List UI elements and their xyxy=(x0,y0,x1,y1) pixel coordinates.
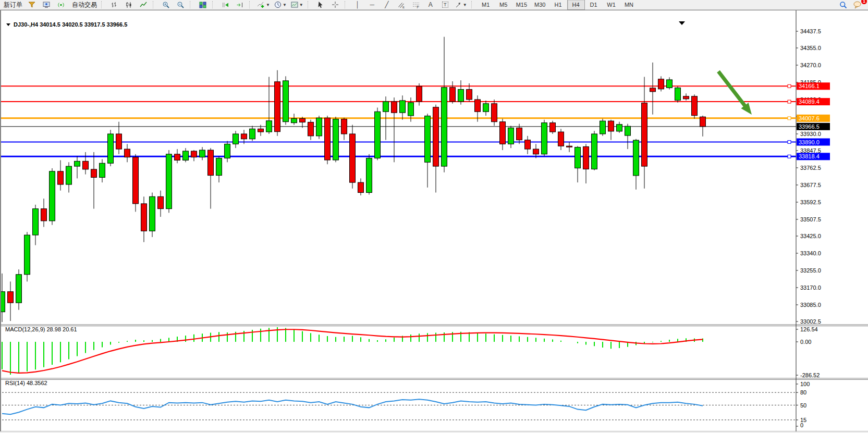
candle-body xyxy=(91,169,97,178)
indicators-icon[interactable]: ▼ xyxy=(255,0,272,9)
svg-text:33255.0: 33255.0 xyxy=(800,267,821,274)
chart-window[interactable]: 34437.534355.034270.034185.034100.034015… xyxy=(0,10,868,431)
templates-icon[interactable]: ▼ xyxy=(289,0,305,9)
candle-body xyxy=(550,123,556,132)
candle-body xyxy=(692,96,698,116)
candle-body xyxy=(275,82,280,132)
svg-text:50: 50 xyxy=(800,402,806,409)
channel-icon[interactable]: E xyxy=(395,0,408,9)
candle-body xyxy=(350,134,356,182)
zoom-out-icon[interactable] xyxy=(174,0,187,9)
macd-label: MACD(12,26,9) 28.98 20.61 xyxy=(5,326,77,332)
level-handle[interactable] xyxy=(788,117,791,120)
candle-body xyxy=(525,140,531,149)
candle-body xyxy=(450,88,456,102)
dropdown-arrow-icon[interactable]: ▼ xyxy=(463,3,467,7)
candle-body xyxy=(316,118,322,136)
dropdown-arrow-icon[interactable]: ▼ xyxy=(299,3,303,7)
level-handle[interactable] xyxy=(788,141,791,144)
level-handle[interactable] xyxy=(788,100,791,103)
chart-shift-icon[interactable] xyxy=(233,0,247,9)
candle-body xyxy=(208,150,214,176)
svg-text:33847.5: 33847.5 xyxy=(800,147,821,154)
candle-body xyxy=(341,119,347,134)
collapse-triangle-icon[interactable] xyxy=(6,23,10,26)
dropdown-arrow-icon[interactable]: ▼ xyxy=(266,3,270,7)
candle-body xyxy=(158,196,164,208)
timeframe-button-m1[interactable]: M1 xyxy=(477,0,495,10)
timeframe-button-h4[interactable]: H4 xyxy=(567,0,585,10)
candle-body xyxy=(675,88,681,100)
hline-icon: ─ xyxy=(370,2,375,8)
candle-body xyxy=(600,121,606,134)
text-icon[interactable]: A xyxy=(424,0,437,9)
bar-chart-icon xyxy=(111,2,118,8)
svg-text:33340.0: 33340.0 xyxy=(800,250,821,256)
candle-body xyxy=(700,117,706,127)
candle-body xyxy=(116,134,122,149)
candle-body xyxy=(333,119,339,160)
candle-body xyxy=(258,129,264,132)
new-order-button[interactable]: 新订单 xyxy=(1,0,24,9)
tile-windows-icon[interactable] xyxy=(196,0,210,9)
signal-icon[interactable] xyxy=(54,0,68,9)
candle-body xyxy=(266,121,272,132)
svg-text:33677.5: 33677.5 xyxy=(800,182,821,188)
annotation-arrow[interactable] xyxy=(718,71,752,115)
timeframe-button-m30[interactable]: M30 xyxy=(531,0,549,10)
bar-chart-icon[interactable] xyxy=(107,0,121,9)
candle-body xyxy=(141,204,147,231)
arrows-icon xyxy=(455,2,462,8)
auto-scroll-icon[interactable] xyxy=(218,0,232,9)
trendline-icon[interactable]: ╱ xyxy=(380,0,394,9)
new-order-button-label: 新订单 xyxy=(4,1,22,9)
timeframe-button-mn[interactable]: MN xyxy=(620,0,638,10)
svg-text:E: E xyxy=(402,5,405,8)
svg-text:33966.5: 33966.5 xyxy=(799,123,820,130)
timeframe-button-w1[interactable]: W1 xyxy=(603,0,620,10)
funnel-icon xyxy=(28,2,35,8)
timeframe-button-h1[interactable]: H1 xyxy=(549,0,567,10)
svg-text:80: 80 xyxy=(800,389,806,395)
crosshair-icon[interactable] xyxy=(328,0,342,9)
dropdown-arrow-icon[interactable]: ▼ xyxy=(283,3,287,7)
candlestick-icon xyxy=(125,2,132,8)
timeframe-button-d1[interactable]: D1 xyxy=(585,0,603,10)
candle-body xyxy=(16,275,22,303)
candlestick-icon[interactable] xyxy=(122,0,136,9)
funnel-icon[interactable] xyxy=(25,0,39,9)
candle-body xyxy=(683,96,689,99)
svg-text:33425.0: 33425.0 xyxy=(800,233,821,239)
svg-text:33507.5: 33507.5 xyxy=(800,216,821,222)
hline-icon[interactable]: ─ xyxy=(365,0,379,9)
candle-body xyxy=(583,146,589,169)
terminal-icon[interactable] xyxy=(40,0,53,9)
level-handle[interactable] xyxy=(788,84,791,88)
level-handle[interactable] xyxy=(788,155,791,158)
timeframe-button-m15[interactable]: M15 xyxy=(512,0,531,10)
candle-body xyxy=(375,112,381,158)
search-icon[interactable] xyxy=(836,0,850,9)
zoom-in-icon[interactable] xyxy=(159,0,173,9)
candle-body xyxy=(291,118,297,122)
vline-icon[interactable]: │ xyxy=(351,0,364,9)
candle-body xyxy=(150,196,155,231)
notifications-icon[interactable]: 1 xyxy=(851,0,864,9)
svg-text:33818.4: 33818.4 xyxy=(799,153,820,159)
label-icon[interactable]: T xyxy=(438,0,452,9)
svg-text:34007.6: 34007.6 xyxy=(799,115,820,121)
price-chart[interactable]: 34437.534355.034270.034185.034100.034015… xyxy=(1,10,868,431)
candle-body xyxy=(558,132,564,146)
arrows-icon[interactable]: ▼ xyxy=(453,0,469,9)
line-chart-icon[interactable] xyxy=(137,0,150,9)
candle-body xyxy=(41,209,47,221)
cursor-icon[interactable] xyxy=(314,0,327,9)
timeframe-button-m5[interactable]: M5 xyxy=(495,0,512,10)
text-icon: A xyxy=(429,2,433,8)
autotrade-button[interactable]: 自动交易 xyxy=(69,0,99,9)
periods-icon[interactable]: ▼ xyxy=(273,0,288,9)
svg-text:33085.0: 33085.0 xyxy=(800,302,821,308)
svg-text:34089.4: 34089.4 xyxy=(799,98,820,105)
fibonacci-icon[interactable]: F xyxy=(409,0,423,9)
candle-body xyxy=(483,104,489,112)
